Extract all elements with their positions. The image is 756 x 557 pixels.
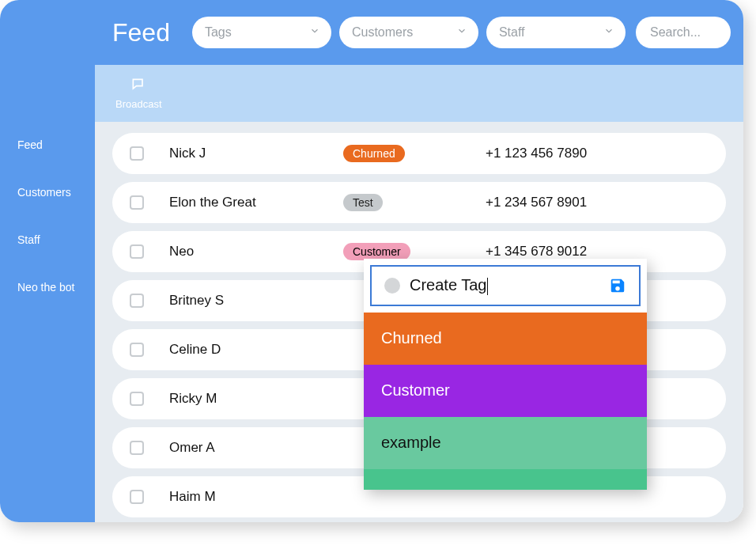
row-checkbox[interactable] xyxy=(130,490,144,504)
page-title: Feed xyxy=(112,18,170,47)
create-tag-row[interactable]: Create Tag xyxy=(370,265,641,306)
tag-badge[interactable]: Customer xyxy=(343,243,410,260)
app-frame: Feed Customers Staff Neo the bot Feed Ta… xyxy=(0,0,743,522)
row-checkbox[interactable] xyxy=(130,294,144,308)
broadcast-label: Broadcast xyxy=(115,98,162,110)
tag-option[interactable]: Customer xyxy=(364,365,647,417)
chevron-down-icon xyxy=(603,25,614,40)
filter-customers-label: Customers xyxy=(352,25,413,40)
row-name: Celine D xyxy=(169,342,343,358)
row-name: Elon the Great xyxy=(169,195,343,210)
create-tag-input-value: Create Tag xyxy=(410,276,486,294)
row-phone: +1 123 456 7890 xyxy=(486,146,587,161)
row-checkbox[interactable] xyxy=(130,343,144,357)
row-name: Nick J xyxy=(169,146,343,161)
sidebar-item-feed[interactable]: Feed xyxy=(0,131,95,159)
row-checkbox[interactable] xyxy=(130,146,144,161)
subheader: Broadcast xyxy=(95,65,743,122)
list-row[interactable]: Nick JChurned+1 123 456 7890 xyxy=(112,133,726,174)
row-name: Ricky M xyxy=(169,391,343,407)
tag-create-popup: Create Tag ChurnedCustomerexample xyxy=(364,259,647,490)
row-tag-cell: Customer xyxy=(343,243,486,260)
row-checkbox[interactable] xyxy=(130,244,144,259)
tag-option-more[interactable] xyxy=(364,469,647,490)
row-tag-cell: Churned xyxy=(343,145,486,162)
row-tag-cell: Test xyxy=(343,194,486,211)
sidebar-item-bot[interactable]: Neo the bot xyxy=(0,273,95,301)
tag-option[interactable]: Churned xyxy=(364,313,647,365)
chevron-down-icon xyxy=(456,25,467,40)
chevron-down-icon xyxy=(309,25,320,40)
row-name: Haim M xyxy=(169,489,343,505)
tag-badge[interactable]: Test xyxy=(343,194,383,211)
search-placeholder: Search... xyxy=(650,25,701,40)
tag-option[interactable]: example xyxy=(364,417,647,469)
sidebar: Feed Customers Staff Neo the bot xyxy=(0,0,95,522)
create-tag-input[interactable]: Create Tag xyxy=(410,276,599,295)
sidebar-item-staff[interactable]: Staff xyxy=(0,225,95,254)
text-cursor xyxy=(487,278,488,295)
row-checkbox[interactable] xyxy=(130,441,144,455)
row-name: Neo xyxy=(169,244,343,260)
filter-tags-label: Tags xyxy=(205,25,232,40)
filter-staff-dropdown[interactable]: Staff xyxy=(486,17,626,48)
row-phone: +1 345 678 9012 xyxy=(486,244,587,260)
row-phone: +1 234 567 8901 xyxy=(486,195,587,210)
row-name: Omer A xyxy=(169,440,343,456)
tag-color-swatch[interactable] xyxy=(384,278,400,294)
save-icon[interactable] xyxy=(609,277,626,294)
search-input[interactable]: Search... xyxy=(636,17,731,48)
row-name: Britney S xyxy=(169,293,343,309)
sidebar-item-customers[interactable]: Customers xyxy=(0,178,95,207)
row-checkbox[interactable] xyxy=(130,392,144,406)
broadcast-icon xyxy=(130,77,146,95)
filter-tags-dropdown[interactable]: Tags xyxy=(192,17,331,48)
filter-staff-label: Staff xyxy=(499,25,525,40)
row-checkbox[interactable] xyxy=(130,195,144,210)
tag-badge[interactable]: Churned xyxy=(343,145,405,162)
broadcast-button[interactable]: Broadcast xyxy=(115,77,162,110)
list-row[interactable]: Elon the GreatTest+1 234 567 8901 xyxy=(112,182,726,223)
header: Feed Tags Customers Staff Search... xyxy=(95,0,743,65)
filter-customers-dropdown[interactable]: Customers xyxy=(339,17,478,48)
